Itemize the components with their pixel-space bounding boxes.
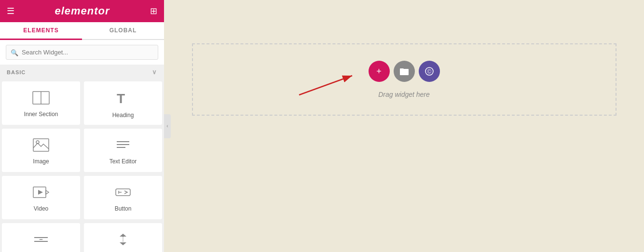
canvas-area: + © Drag widget here — [164, 0, 644, 252]
svg-marker-9 — [46, 190, 49, 194]
sidebar: ☰ elementor ⊞ ELEMENTS GLOBAL 🔍 BASIC ∨ … — [0, 0, 164, 252]
button-icon — [115, 186, 131, 201]
sidebar-header: ☰ elementor ⊞ — [0, 0, 164, 22]
image-label: Image — [33, 158, 49, 165]
logo: elementor — [55, 5, 110, 17]
chevron-down-icon[interactable]: ∨ — [152, 68, 157, 76]
section-label: BASIC ∨ — [0, 65, 164, 80]
image-icon — [33, 138, 49, 154]
widget-video[interactable]: Video — [2, 176, 80, 219]
svg-text:T: T — [117, 91, 125, 106]
collapse-icon: ‹ — [166, 123, 168, 129]
svg-line-22 — [299, 76, 352, 95]
section-label-text: BASIC — [7, 69, 26, 75]
spacer-icon — [115, 233, 131, 249]
search-input[interactable] — [6, 45, 158, 60]
widget-grid: Inner Section T Heading Image — [0, 80, 164, 252]
inner-section-label: Inner Section — [24, 111, 58, 118]
text-editor-icon — [115, 138, 131, 154]
tab-elements[interactable]: ELEMENTS — [0, 22, 82, 40]
svg-marker-10 — [38, 190, 43, 195]
widget-image[interactable]: Image — [2, 129, 80, 172]
sidebar-tabs: ELEMENTS GLOBAL — [0, 22, 164, 40]
text-editor-label: Text Editor — [110, 158, 137, 165]
add-button[interactable]: + — [369, 61, 390, 82]
drag-label: Drag widget here — [378, 91, 430, 98]
heading-label: Heading — [112, 112, 134, 119]
collapse-handle[interactable]: ‹ — [164, 114, 171, 138]
search-icon: 🔍 — [11, 49, 18, 56]
folder-button[interactable] — [394, 61, 415, 82]
canvas-inner: + © Drag widget here — [169, 5, 639, 247]
svg-text:©: © — [427, 68, 431, 75]
widget-divider[interactable]: Divider — [2, 223, 80, 252]
drop-zone[interactable]: + © Drag widget here — [192, 43, 617, 116]
widget-heading[interactable]: T Heading — [84, 81, 162, 125]
video-label: Video — [34, 205, 48, 212]
button-label: Button — [115, 205, 132, 212]
svg-marker-19 — [120, 234, 126, 237]
search-box: 🔍 — [0, 40, 164, 65]
widget-inner-section[interactable]: Inner Section — [2, 81, 80, 125]
divider-icon — [33, 233, 49, 249]
widget-button[interactable]: Button — [84, 176, 162, 219]
hamburger-icon[interactable]: ☰ — [7, 6, 14, 16]
video-icon — [33, 186, 49, 201]
tab-global[interactable]: GLOBAL — [82, 22, 164, 40]
svg-marker-20 — [120, 242, 126, 245]
widget-text-editor[interactable]: Text Editor — [84, 129, 162, 172]
heading-icon: T — [116, 90, 130, 108]
floating-buttons: + © — [369, 61, 440, 82]
template-button[interactable]: © — [419, 61, 440, 82]
inner-section-icon — [32, 91, 50, 107]
drop-zone-content: + © Drag widget here — [369, 61, 440, 98]
grid-icon[interactable]: ⊞ — [150, 6, 157, 16]
widget-spacer[interactable]: Spacer — [84, 223, 162, 252]
